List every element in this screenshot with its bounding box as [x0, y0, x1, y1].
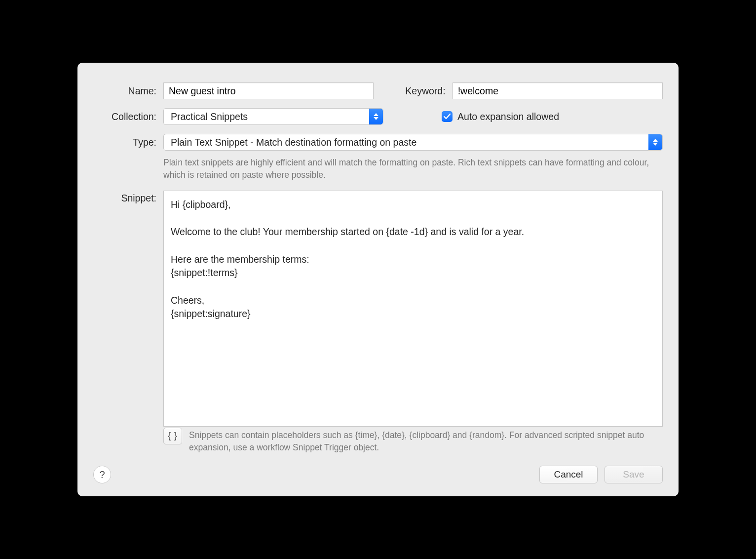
- select-stepper-icon: [369, 109, 383, 124]
- snippet-editor-dialog: Name: Keyword: Collection: Practical Sni…: [77, 63, 679, 496]
- keyword-label: Keyword:: [380, 85, 445, 97]
- placeholder-menu-button[interactable]: { }: [163, 428, 182, 444]
- snippet-footer-hint: Snippets can contain placeholders such a…: [189, 428, 663, 454]
- collection-row: Practical Snippets Auto expansion allowe…: [163, 108, 663, 125]
- collection-label: Collection:: [93, 111, 156, 122]
- auto-expansion-label: Auto expansion allowed: [457, 111, 559, 122]
- name-field[interactable]: [163, 82, 374, 99]
- cancel-button[interactable]: Cancel: [539, 466, 598, 483]
- type-label: Type:: [93, 137, 156, 148]
- dialog-button-row: Cancel Save: [539, 466, 663, 483]
- collection-select[interactable]: Practical Snippets: [163, 108, 383, 125]
- help-button[interactable]: ?: [93, 466, 111, 483]
- select-stepper-icon: [648, 134, 662, 150]
- collection-value: Practical Snippets: [171, 111, 248, 122]
- name-keyword-row: Keyword:: [163, 82, 663, 99]
- type-select[interactable]: Plain Text Snippet - Match destination f…: [163, 134, 663, 151]
- type-value: Plain Text Snippet - Match destination f…: [171, 137, 416, 148]
- checkmark-icon: [442, 111, 453, 122]
- keyword-field[interactable]: [453, 82, 663, 99]
- snippet-textarea[interactable]: [163, 191, 663, 427]
- snippet-footer: { } Snippets can contain placeholders su…: [163, 428, 663, 454]
- name-label: Name:: [93, 85, 156, 97]
- save-button[interactable]: Save: [605, 466, 663, 483]
- auto-expansion-checkbox-wrap[interactable]: Auto expansion allowed: [390, 111, 663, 122]
- type-row: Plain Text Snippet - Match destination f…: [163, 134, 663, 151]
- type-hint-text: Plain text snippets are highly efficient…: [163, 157, 663, 182]
- snippet-label: Snippet:: [93, 191, 156, 204]
